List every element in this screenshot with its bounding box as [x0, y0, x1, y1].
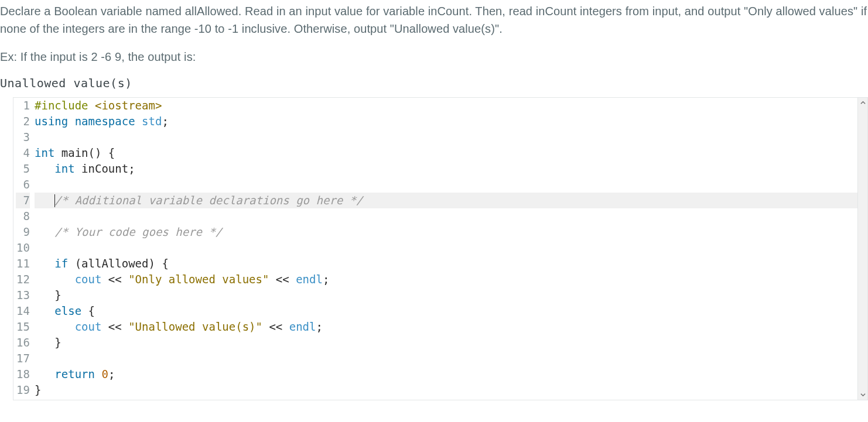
- problem-description: Declare a Boolean variable named allAllo…: [0, 0, 868, 66]
- line-number: 15: [16, 319, 30, 335]
- code-line[interactable]: /* Your code goes here */: [35, 224, 867, 240]
- code-token: std: [142, 115, 162, 128]
- code-token: [54, 146, 61, 159]
- code-token: ;: [316, 320, 322, 333]
- code-token: }: [35, 336, 61, 349]
- code-line[interactable]: }: [35, 335, 867, 351]
- code-token: cout: [75, 320, 102, 333]
- code-token: #include: [35, 99, 88, 112]
- code-token: "Unallowed value(s)": [128, 320, 262, 333]
- code-editor[interactable]: 12345678910111213141516171819 #include <…: [13, 97, 868, 400]
- code-line[interactable]: [35, 177, 867, 193]
- code-token: () {: [88, 146, 115, 159]
- code-line[interactable]: #include <iostream>: [35, 98, 867, 114]
- code-token: [35, 368, 54, 380]
- code-token: [35, 194, 54, 207]
- code-token: [75, 162, 81, 175]
- code-token: (: [68, 257, 81, 270]
- code-line[interactable]: }: [35, 287, 867, 303]
- code-token: cout: [75, 273, 102, 286]
- code-line[interactable]: [35, 240, 867, 256]
- code-line[interactable]: return 0;: [35, 366, 867, 382]
- code-token: inCount: [81, 162, 128, 175]
- line-number: 1: [16, 98, 30, 114]
- code-token: /* Additional variable declarations go h…: [54, 194, 363, 207]
- code-token: <<: [101, 320, 128, 333]
- code-line[interactable]: [35, 351, 867, 366]
- code-line[interactable]: else {: [35, 303, 867, 319]
- line-number: 12: [16, 272, 30, 287]
- code-line[interactable]: using namespace std;: [35, 114, 867, 129]
- line-number: 11: [16, 256, 30, 272]
- line-number: 17: [16, 351, 30, 366]
- code-token: "Only allowed values": [128, 273, 269, 286]
- problem-paragraph-1: Declare a Boolean variable named allAllo…: [0, 2, 868, 37]
- scroll-down-button[interactable]: [858, 390, 867, 400]
- code-token: {: [81, 304, 95, 317]
- code-token: ;: [128, 162, 135, 175]
- line-number: 3: [16, 129, 30, 145]
- code-token: [68, 115, 74, 128]
- code-content[interactable]: #include <iostream>using namespace std;i…: [35, 98, 867, 400]
- code-token: int: [35, 146, 54, 159]
- line-number: 2: [16, 114, 30, 129]
- line-number: 13: [16, 287, 30, 303]
- code-line[interactable]: [35, 208, 867, 224]
- code-token: using: [35, 115, 68, 128]
- line-number: 18: [16, 366, 30, 382]
- code-token: /* Your code goes here */: [54, 225, 222, 238]
- line-number: 10: [16, 240, 30, 256]
- code-token: [35, 257, 54, 270]
- code-token: ;: [108, 368, 115, 380]
- code-token: [135, 115, 142, 128]
- code-token: ) {: [149, 257, 169, 270]
- code-token: <iostream>: [95, 99, 162, 112]
- code-token: [35, 273, 75, 286]
- code-line[interactable]: /* Additional variable declarations go h…: [35, 193, 867, 208]
- line-number-gutter: 12345678910111213141516171819: [13, 98, 35, 400]
- code-line[interactable]: int main() {: [35, 145, 867, 161]
- code-line[interactable]: [35, 129, 867, 145]
- code-token: allAllowed: [81, 257, 148, 270]
- line-number: 5: [16, 161, 30, 177]
- code-token: [35, 320, 75, 333]
- code-token: if: [54, 257, 68, 270]
- code-token: ;: [162, 115, 168, 128]
- line-number: 4: [16, 145, 30, 161]
- vertical-scrollbar[interactable]: [857, 98, 867, 400]
- problem-paragraph-2: Ex: If the input is 2 -6 9, the output i…: [0, 48, 868, 66]
- line-number: 8: [16, 208, 30, 224]
- code-line[interactable]: if (allAllowed) {: [35, 256, 867, 272]
- code-token: [88, 99, 95, 112]
- line-number: 6: [16, 177, 30, 193]
- code-token: [95, 368, 101, 380]
- code-line[interactable]: }: [35, 382, 867, 398]
- line-number: 19: [16, 382, 30, 398]
- code-line[interactable]: int inCount;: [35, 161, 867, 177]
- code-token: return: [54, 368, 95, 380]
- scroll-up-button[interactable]: [858, 98, 867, 108]
- code-token: <<: [262, 320, 289, 333]
- text-cursor: [54, 194, 55, 207]
- code-token: [35, 304, 54, 317]
- code-token: namespace: [75, 115, 135, 128]
- line-number: 9: [16, 224, 30, 240]
- code-token: 0: [101, 368, 108, 380]
- code-token: endl: [296, 273, 323, 286]
- code-token: [35, 225, 54, 238]
- code-token: main: [61, 146, 88, 159]
- chevron-down-icon: [860, 392, 866, 397]
- line-number: 7: [16, 193, 30, 208]
- code-line[interactable]: cout << "Only allowed values" << endl;: [35, 272, 867, 287]
- code-token: }: [35, 289, 61, 301]
- code-token: <<: [101, 273, 128, 286]
- line-number: 16: [16, 335, 30, 351]
- code-token: ;: [323, 273, 329, 286]
- code-token: else: [54, 304, 81, 317]
- line-number: 14: [16, 303, 30, 319]
- example-output: Unallowed value(s): [0, 76, 868, 90]
- code-token: endl: [289, 320, 316, 333]
- code-line[interactable]: cout << "Unallowed value(s)" << endl;: [35, 319, 867, 335]
- code-token: <<: [269, 273, 296, 286]
- chevron-up-icon: [860, 100, 866, 105]
